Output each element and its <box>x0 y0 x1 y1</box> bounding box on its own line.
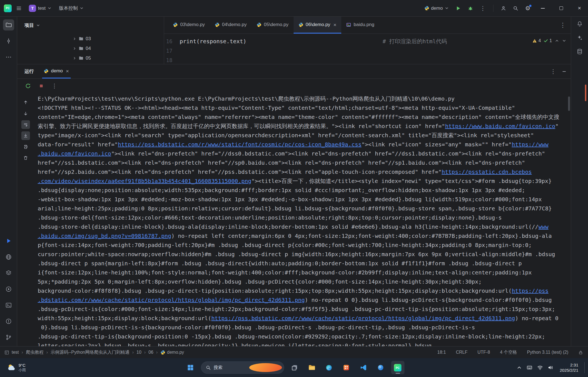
breadcrumb-item[interactable]: 示例源码--Python网络爬虫从入门到精通 <box>50 350 129 355</box>
ai-assistant-button[interactable] <box>576 34 583 41</box>
scroll-to-end-button[interactable] <box>21 131 30 140</box>
passed-chunk[interactable]: 1 <box>544 36 552 45</box>
file-explorer-button[interactable] <box>305 361 319 374</box>
edge-button[interactable] <box>322 361 336 374</box>
console-link[interactable]: .com/video/wiseindex/aa6eef91f8b5b1a33b4… <box>38 178 251 184</box>
hide-panel-icon[interactable] <box>562 69 566 74</box>
show-desktop-button[interactable] <box>584 362 585 373</box>
project-tool-button[interactable] <box>3 19 14 30</box>
taskbar-app-blue[interactable] <box>374 361 387 374</box>
settings-button[interactable]: ⚙ <box>522 4 533 13</box>
console-link[interactable]: .baidu.com/img/sug_bd.png?v=09816787.png <box>38 233 171 239</box>
breadcrumb-item[interactable]: 10 <box>136 350 141 355</box>
weather-widget[interactable]: 9°C 小雨 <box>4 358 29 377</box>
project-panel-header[interactable]: 项目 <box>17 17 164 34</box>
vscode-button[interactable] <box>357 361 370 374</box>
breadcrumb-item[interactable]: 爬虫教程 <box>26 350 44 355</box>
tree-item[interactable]: 05 <box>17 53 164 63</box>
tab-close-icon[interactable]: × <box>333 22 336 27</box>
taskbar-app-orange[interactable] <box>340 361 353 374</box>
console-link[interactable]: https://pss.bdstatic.com/r/www/static/fo… <box>118 141 362 148</box>
taskbar-search[interactable]: 搜索 <box>201 361 284 374</box>
line-number: 17 <box>164 46 180 55</box>
console-output[interactable]: E:\PyCharmProjects\test\venv\Scripts\pyt… <box>34 93 571 346</box>
wifi-icon[interactable] <box>537 365 543 371</box>
search-everywhere-button[interactable] <box>510 4 521 13</box>
clear-console-button[interactable] <box>21 154 30 162</box>
warnings-chunk[interactable]: 4 <box>532 36 541 45</box>
more-actions-button[interactable]: ⋮ <box>477 3 489 13</box>
terminal-tool-button[interactable] <box>3 300 14 311</box>
rerun-button[interactable] <box>24 82 32 90</box>
console-link[interactable]: https://pss.bdstatic.com/r/www/cache/sta… <box>211 315 515 322</box>
code-with-me-button[interactable] <box>498 4 509 13</box>
console-link[interactable]: https://www <box>512 141 548 148</box>
run-tab[interactable]: demo × <box>42 64 71 78</box>
breadcrumb-item[interactable]: demo.py <box>161 350 184 355</box>
editor-view[interactable]: 16print(response.text)# 打印渲染后的html代码1718… <box>164 34 571 64</box>
options-kebab-icon[interactable]: ⋮ <box>550 68 556 75</box>
breadcrumb-item[interactable]: test <box>12 350 19 355</box>
file-encoding[interactable]: UTF-8 <box>477 350 490 355</box>
console-link[interactable]: https://pss <box>512 287 548 294</box>
lock-icon[interactable] <box>578 350 583 355</box>
editor-tab[interactable]: 04\demo.py <box>210 17 252 34</box>
prev-problem-icon[interactable] <box>555 39 559 43</box>
pycharm-button[interactable]: PC <box>391 361 404 374</box>
tray-input-icon[interactable] <box>526 365 533 371</box>
problems-tool-button[interactable] <box>3 316 14 327</box>
indent-style[interactable]: 4 个空格 <box>500 350 517 355</box>
tree-item[interactable]: 03 <box>17 34 164 44</box>
main-menu-button[interactable] <box>13 4 24 13</box>
run-tool-button[interactable] <box>3 235 14 246</box>
editor-tab[interactable]: 05\demo.py <box>252 17 294 34</box>
start-button[interactable] <box>184 361 197 374</box>
python-console-tool-button[interactable] <box>3 284 14 295</box>
print-button[interactable] <box>21 142 30 151</box>
database-button[interactable] <box>576 48 583 55</box>
commit-tool-button[interactable] <box>3 35 14 47</box>
arrow-down-icon <box>23 111 28 116</box>
tree-item[interactable]: 04 <box>17 44 164 53</box>
breadcrumb-item[interactable]: 06 <box>148 350 153 355</box>
line-separator[interactable]: CRLF <box>456 350 467 355</box>
editor-tab[interactable]: 06\demo.py× <box>294 17 342 34</box>
scroll-to-bottom-button[interactable] <box>21 109 30 118</box>
version-control-tool-button[interactable] <box>3 332 14 343</box>
inspection-widget[interactable]: 4 1 <box>532 36 566 45</box>
more-tool-windows-button[interactable] <box>3 52 14 63</box>
python-interpreter[interactable]: Python 3.11 (test) (2) <box>527 350 568 355</box>
task-view-button[interactable] <box>288 361 301 374</box>
tab-options-button[interactable]: ⋮ <box>560 17 566 34</box>
editor-tab[interactable]: baidu.png <box>341 17 379 34</box>
minimize-button[interactable] <box>534 0 551 17</box>
endpoints-tool-button[interactable] <box>3 251 14 263</box>
error-stripe-marker[interactable] <box>585 85 586 101</box>
services-tool-button[interactable] <box>3 268 14 279</box>
console-more-button[interactable]: ⋮ <box>50 82 59 90</box>
console-link[interactable]: www <box>538 223 548 230</box>
tab-close-icon[interactable]: × <box>66 68 69 74</box>
console-scrollbar-thumb[interactable] <box>568 96 570 111</box>
console-link[interactable]: .baidu.com/favicon.ico <box>38 150 111 157</box>
run-button[interactable] <box>453 4 464 13</box>
project-widget[interactable]: T test <box>26 3 54 14</box>
next-problem-icon[interactable] <box>562 39 566 43</box>
maximize-button[interactable] <box>553 0 570 17</box>
console-link[interactable]: https://www.baidu.com/favicon.ico <box>445 123 555 129</box>
soft-wrap-button[interactable] <box>21 120 30 129</box>
close-button[interactable]: × <box>571 0 588 17</box>
console-link[interactable]: https://psstatic.cdn.bcebos <box>442 169 532 175</box>
editor-tab[interactable]: 03\demo.py <box>168 17 210 34</box>
debug-button[interactable] <box>465 4 476 13</box>
run-configuration-widget[interactable]: demo <box>422 4 452 13</box>
console-link[interactable]: .bdstatic.com/r/www/cache/static/protoco… <box>38 297 305 303</box>
scroll-to-top-button[interactable] <box>21 98 30 107</box>
tray-chevron-up-icon[interactable] <box>516 365 522 370</box>
caret-position[interactable]: 18:1 <box>437 350 446 355</box>
taskbar-clock[interactable]: 2:31 2025/2/21 <box>558 362 578 373</box>
notifications-button[interactable] <box>576 21 583 27</box>
volume-icon[interactable] <box>548 365 554 371</box>
vcs-widget[interactable]: 版本控制 <box>56 3 86 13</box>
stop-button[interactable] <box>37 82 45 90</box>
